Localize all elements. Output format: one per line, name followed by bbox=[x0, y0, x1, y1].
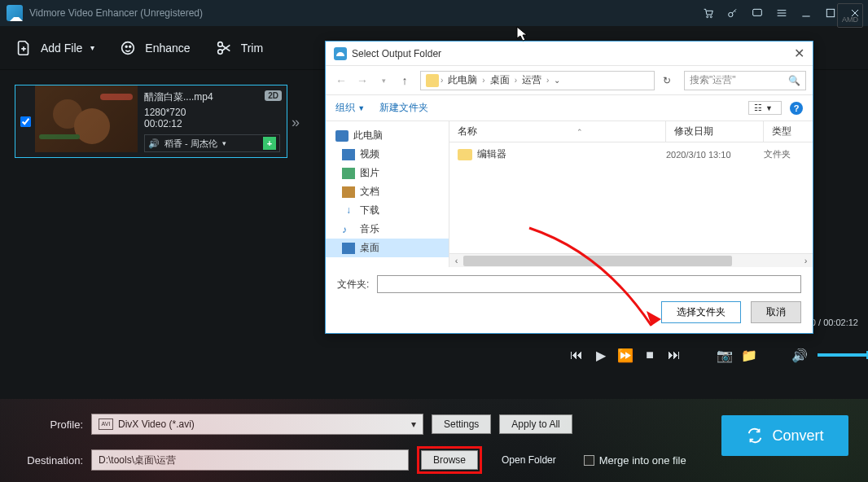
apply-all-button[interactable]: Apply to All bbox=[499, 414, 572, 434]
scroll-track[interactable] bbox=[463, 254, 799, 268]
search-input[interactable]: 搜索"运营" 🔍 bbox=[684, 71, 806, 90]
volume-icon[interactable]: 🔊 bbox=[793, 348, 806, 362]
refresh-icon[interactable]: ↻ bbox=[658, 75, 676, 86]
convert-button[interactable]: Convert bbox=[721, 415, 848, 456]
column-type[interactable]: 类型 bbox=[764, 121, 813, 142]
chevron-right-icon: › bbox=[515, 76, 517, 85]
key-icon[interactable] bbox=[726, 7, 739, 20]
audio-track-label: 稻香 - 周杰伦 bbox=[164, 138, 217, 150]
breadcrumb[interactable]: › 此电脑 › 桌面 › 运营 › ⌄ bbox=[420, 71, 655, 90]
add-file-button[interactable]: Add File ▾ bbox=[15, 39, 94, 57]
thumbnail-placeholder-icon bbox=[35, 85, 138, 152]
breadcrumb-segment[interactable]: 此电脑 bbox=[445, 73, 480, 87]
folder-button[interactable]: 📁 bbox=[743, 348, 756, 362]
snapshot-button[interactable]: 📷 bbox=[718, 348, 731, 362]
folder-name-input[interactable] bbox=[377, 275, 801, 293]
sidebar-item-music[interactable]: ♪音乐 bbox=[326, 220, 449, 239]
dialog-nav: ← → ▾ ↑ › 此电脑 › 桌面 › 运营 › ⌄ ↻ 搜索"运营" 🔍 bbox=[326, 66, 813, 95]
video-resolution: 1280*720 bbox=[144, 107, 280, 118]
view-mode-button[interactable]: ☷▼ bbox=[748, 101, 782, 115]
pictures-folder-icon bbox=[342, 168, 355, 179]
scroll-thumb[interactable] bbox=[463, 256, 732, 266]
fast-forward-button[interactable]: ⏩ bbox=[619, 348, 632, 362]
svg-point-1 bbox=[710, 16, 712, 18]
organize-button[interactable]: 组织 ▼ bbox=[335, 101, 365, 115]
player-total: 00:02:12 bbox=[823, 318, 858, 327]
breadcrumb-dropdown-icon[interactable]: ⌄ bbox=[550, 76, 563, 85]
feedback-icon[interactable] bbox=[751, 7, 764, 20]
profile-label: Profile: bbox=[20, 418, 83, 431]
chevron-right-icon: › bbox=[482, 76, 484, 85]
destination-input[interactable]: D:\tools\桌面\运营 bbox=[91, 449, 409, 471]
video-info: 醋溜白菜....mp4 1280*720 00:02:12 2D 🔊 稻香 - … bbox=[138, 85, 287, 157]
breadcrumb-segment[interactable]: 运营 bbox=[519, 73, 545, 87]
settings-button[interactable]: Settings bbox=[432, 414, 491, 434]
open-folder-button[interactable]: Open Folder bbox=[490, 451, 568, 469]
search-placeholder: 搜索"运营" bbox=[690, 73, 736, 87]
app-title: Vidmore Video Enhancer (Unregistered) bbox=[29, 7, 203, 19]
nav-recent-icon[interactable]: ▾ bbox=[375, 72, 392, 90]
profile-select[interactable]: AVI DivX Video (*.avi) ▾ bbox=[91, 414, 423, 435]
amd-badge: AMD bbox=[837, 3, 863, 28]
sidebar-item-desktop[interactable]: 桌面 bbox=[326, 239, 449, 257]
cancel-button[interactable]: 取消 bbox=[751, 301, 801, 323]
trim-button[interactable]: Trim bbox=[215, 39, 263, 57]
new-folder-button[interactable]: 新建文件夹 bbox=[379, 101, 428, 115]
menu-icon[interactable] bbox=[775, 7, 788, 20]
sidebar-item-pictures[interactable]: 图片 bbox=[326, 164, 449, 182]
add-audio-button[interactable]: + bbox=[263, 137, 276, 150]
sidebar-item-documents[interactable]: 文档 bbox=[326, 182, 449, 201]
dialog-body: 此电脑 视频 图片 文档 ↓下载 ♪音乐 桌面 名称 ⌃ 修改日期 类型 编辑器 bbox=[326, 121, 813, 267]
merge-checkbox-group[interactable]: Merge into one file bbox=[584, 454, 686, 467]
destination-label: Destination: bbox=[20, 454, 83, 467]
horizontal-scrollbar[interactable]: ‹ › bbox=[449, 253, 813, 267]
sidebar-item-downloads[interactable]: ↓下载 bbox=[326, 201, 449, 220]
video-item[interactable]: 醋溜白菜....mp4 1280*720 00:02:12 2D 🔊 稻香 - … bbox=[15, 85, 287, 158]
app-logo bbox=[7, 5, 23, 21]
merge-checkbox[interactable] bbox=[584, 455, 594, 466]
video-thumbnail[interactable] bbox=[35, 85, 138, 152]
titlebar: Vidmore Video Enhancer (Unregistered) bbox=[0, 0, 868, 26]
minimize-icon[interactable] bbox=[800, 7, 813, 20]
column-date[interactable]: 修改日期 bbox=[666, 121, 764, 142]
file-date: 2020/3/10 13:10 bbox=[666, 150, 764, 160]
video-2d-badge[interactable]: 2D bbox=[265, 90, 282, 101]
svg-point-0 bbox=[707, 16, 708, 18]
player-controls: ⏮ ▶ ⏩ ■ ⏭ 📷 📁 🔊 bbox=[570, 348, 868, 362]
play-button[interactable]: ▶ bbox=[594, 348, 607, 362]
nav-forward-icon[interactable]: → bbox=[353, 72, 371, 90]
scroll-right-icon[interactable]: › bbox=[799, 256, 813, 265]
enhance-label: Enhance bbox=[145, 42, 190, 55]
nav-up-icon[interactable]: ↑ bbox=[396, 72, 414, 90]
volume-slider[interactable] bbox=[818, 353, 868, 357]
column-name[interactable]: 名称 ⌃ bbox=[449, 121, 666, 142]
next-button[interactable]: ⏭ bbox=[668, 348, 681, 362]
bottom-bar: Profile: AVI DivX Video (*.avi) ▾ Settin… bbox=[0, 399, 868, 482]
sidebar-item-this-pc[interactable]: 此电脑 bbox=[326, 126, 449, 145]
audio-track-selector[interactable]: 🔊 稻香 - 周杰伦 ▾ + bbox=[144, 134, 280, 152]
video-checkbox[interactable] bbox=[20, 116, 31, 127]
sidebar-item-videos[interactable]: 视频 bbox=[326, 145, 449, 164]
browse-button[interactable]: Browse bbox=[421, 450, 478, 470]
sort-asc-icon: ⌃ bbox=[574, 128, 585, 136]
svg-rect-13 bbox=[39, 134, 80, 139]
svg-point-6 bbox=[126, 46, 128, 47]
nav-back-icon[interactable]: ← bbox=[332, 72, 350, 90]
enhance-button[interactable]: Enhance bbox=[119, 39, 190, 57]
prev-button[interactable]: ⏮ bbox=[570, 348, 583, 362]
breadcrumb-segment[interactable]: 桌面 bbox=[487, 73, 513, 87]
dropdown-caret-icon: ▾ bbox=[222, 139, 226, 147]
maximize-icon[interactable] bbox=[824, 7, 837, 20]
file-list[interactable]: 编辑器 2020/3/10 13:10 文件夹 bbox=[449, 142, 813, 253]
svg-point-12 bbox=[74, 108, 110, 144]
dialog-close-icon[interactable]: ✕ bbox=[794, 46, 804, 61]
documents-folder-icon bbox=[342, 186, 355, 198]
help-icon[interactable]: ? bbox=[790, 102, 803, 115]
chevron-right-icon: › bbox=[546, 76, 549, 85]
browse-highlight: Browse bbox=[417, 446, 482, 474]
stop-button[interactable]: ■ bbox=[643, 348, 656, 362]
select-folder-button[interactable]: 选择文件夹 bbox=[661, 301, 741, 323]
cart-icon[interactable] bbox=[702, 7, 715, 20]
scroll-left-icon[interactable]: ‹ bbox=[449, 256, 463, 265]
file-row[interactable]: 编辑器 2020/3/10 13:10 文件夹 bbox=[449, 142, 813, 166]
